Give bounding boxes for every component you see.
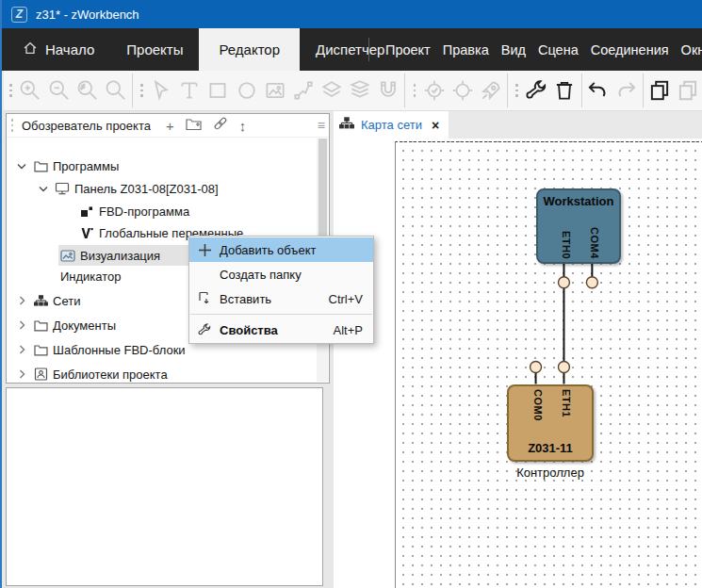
tree-item-indicator[interactable]: Индикатор [60,266,122,286]
rocket-icon[interactable] [477,74,505,106]
menu-bar: Проект Правка Вид Сцена Соединения Окн [385,28,702,71]
port-com0[interactable]: COM0 [532,389,544,421]
add-item-icon[interactable]: + [166,119,174,133]
tree-item-panel[interactable]: Панель Z031-08[Z031-08] [34,178,219,199]
network-map-canvas[interactable]: Workstation ETH0 COM4 COM0 ETH1 Z031-11 … [395,141,702,588]
toolbar-separator [581,74,582,107]
ellipse-tool-icon[interactable] [233,74,261,106]
tree-scrollbar-thumb[interactable] [318,139,327,240]
document-tabbar: Карта сети × [334,111,702,139]
tab-home[interactable]: Начало [2,28,110,71]
layers-stack-icon[interactable] [346,74,374,106]
tree-item-programs[interactable]: Программы [12,155,119,176]
node-workstation[interactable]: Workstation ETH0 COM4 [536,188,621,264]
chevron-down-icon[interactable] [12,163,31,170]
tab-editor[interactable]: Редактор [199,28,300,71]
zoom-original-icon[interactable] [73,74,102,106]
title-bar: Z z31* - zWorkbench [2,0,702,28]
node-title: Workstation [538,194,619,208]
text-tool-icon[interactable] [175,74,204,106]
expand-collapse-icon[interactable]: ↕ [239,119,247,133]
magnet-icon[interactable] [374,74,402,106]
tree-item-project-libraries[interactable]: Библиотеки проекта [12,364,168,384]
toolbar-grip[interactable] [8,76,14,105]
rectangle-tool-icon[interactable] [204,74,232,106]
ribbon-tabs: Начало Проекты Редактор Диспетчер [2,28,400,71]
context-menu-item-add-object[interactable]: Добавить объект [189,237,373,262]
wrench-icon [189,322,220,337]
menu-view[interactable]: Вид [501,42,526,57]
editor-area: Карта сети × Workstation ETH0 COM4 [334,111,702,588]
menu-window[interactable]: Окн [681,42,702,57]
tree-item-documents[interactable]: Документы [12,315,116,335]
properties-wrench-icon[interactable] [522,74,550,106]
window-title: z31* - zWorkbench [36,8,139,22]
connector-tool-icon[interactable] [289,74,318,106]
tree-item-template-fbd-blocks[interactable]: Шаблонные FBD-блоки [12,339,186,360]
tree-item-fbd-program[interactable]: FBD-программа [77,201,189,221]
toolbar [4,71,702,111]
toolbar-separator [507,74,508,107]
port-eth0[interactable]: ETH0 [561,231,572,259]
zoom-out-icon[interactable] [44,74,73,106]
align-target-icon[interactable] [449,74,477,106]
undo-icon[interactable] [583,74,612,106]
node-z031-11[interactable]: COM0 ETH1 Z031-11 [507,384,594,462]
image-tool-icon[interactable] [261,74,289,106]
toolbar-separator [132,74,133,107]
tab-projects[interactable]: Проекты [110,28,199,71]
context-menu-item-paste[interactable]: Вставить Ctrl+V [189,286,373,311]
lower-dock-panel [6,387,323,586]
context-menu-item-create-folder[interactable]: Создать папку [189,262,373,286]
panel-grip[interactable] [8,117,16,134]
visualization-icon [58,250,77,262]
copy-icon[interactable] [645,74,674,106]
panel-menu-icon[interactable]: ≡ [318,118,325,133]
variables-icon [77,227,96,239]
home-icon [23,41,38,58]
port-eth1[interactable]: ETH1 [561,389,572,417]
menu-scene[interactable]: Сцена [538,42,579,57]
tree-item-networks[interactable]: Сети [12,290,80,311]
folder-icon [31,319,50,332]
network-icon [31,295,50,307]
paste-icon [189,291,220,306]
network-map-icon [339,117,354,134]
delete-trash-icon[interactable] [550,74,579,106]
toolbar-grip[interactable] [139,76,145,105]
app-logo-icon: Z [11,7,27,23]
zoom-fit-icon[interactable] [102,74,130,106]
zoom-in-icon[interactable] [16,74,44,106]
layers-icon[interactable] [318,74,346,106]
port-com4[interactable]: COM4 [589,227,600,259]
toolbar-grip[interactable] [411,76,417,105]
menu-connections[interactable]: Соединения [591,42,669,57]
chevron-down-icon[interactable] [34,186,53,192]
close-tab-icon[interactable]: × [432,118,439,133]
context-menu-item-properties[interactable]: Свойства Alt+P [189,318,373,342]
select-tool-icon[interactable] [147,74,175,106]
align-check-icon[interactable] [420,74,449,106]
fbd-program-icon [77,205,96,218]
paste-icon[interactable] [674,74,702,106]
explorer-title: Обозреватель проекта [22,119,151,133]
monitor-icon [53,182,72,195]
menu-edit[interactable]: Правка [443,42,489,57]
tab-network-map[interactable]: Карта сети × [334,111,449,139]
chevron-right-icon[interactable] [12,320,31,330]
chevron-right-icon[interactable] [12,369,31,379]
link-icon[interactable] [213,116,228,135]
toolbar-separator [404,74,405,107]
folder-icon [31,160,50,172]
tab-home-label: Начало [45,41,94,57]
redo-icon[interactable] [612,74,641,106]
context-menu-separator [190,314,372,315]
library-icon [31,368,50,381]
context-menu: Добавить объект Создать папку Вставить C… [188,236,374,344]
menu-project[interactable]: Проект [385,42,431,57]
new-folder-icon[interactable] [186,117,202,135]
chevron-right-icon[interactable] [12,345,31,354]
node-title: Z031-11 [509,441,592,455]
chevron-right-icon[interactable] [12,296,31,305]
toolbar-grip[interactable] [514,76,520,105]
